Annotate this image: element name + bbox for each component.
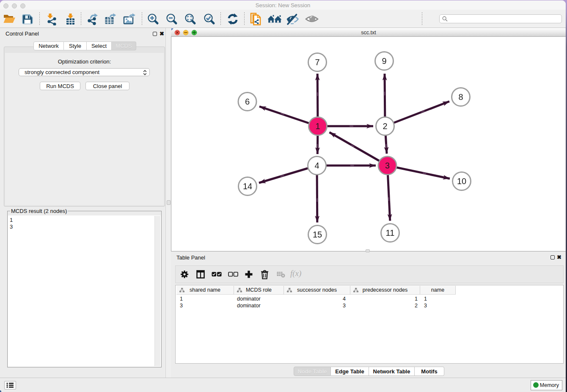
svg-text:10: 10 <box>457 177 466 186</box>
svg-text:4: 4 <box>314 161 319 170</box>
svg-text:1: 1 <box>315 121 320 131</box>
svg-text:2: 2 <box>383 121 387 131</box>
svg-text:8: 8 <box>458 92 463 102</box>
svg-text:14: 14 <box>243 182 252 191</box>
svg-text:11: 11 <box>386 228 395 237</box>
svg-text:3: 3 <box>385 161 390 170</box>
svg-text:7: 7 <box>315 58 319 67</box>
svg-text:6: 6 <box>245 97 250 106</box>
svg-text:15: 15 <box>313 230 322 239</box>
svg-text:9: 9 <box>382 56 386 66</box>
